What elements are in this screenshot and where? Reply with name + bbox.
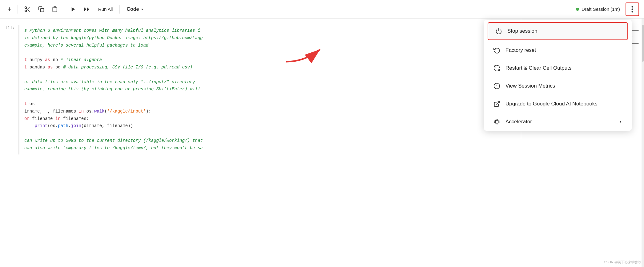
refresh-icon: [493, 47, 501, 54]
toolbar-separator-2: [64, 5, 64, 14]
svg-marker-9: [87, 7, 89, 11]
restart-clear-label: Restart & Clear Cell Outputs: [505, 65, 623, 71]
svg-line-4: [26, 8, 27, 9]
upgrade-label: Upgrade to Google Cloud AI Notebooks: [505, 101, 623, 107]
external-link-icon: [493, 101, 501, 107]
scrollbar-thumb: [642, 25, 644, 62]
session-dot: [576, 8, 579, 11]
svg-point-13: [632, 11, 633, 12]
cell-container: [1]: s Python 3 environment comes with m…: [0, 25, 521, 154]
cut-button[interactable]: [22, 4, 33, 14]
code-line-11: t os: [24, 101, 516, 108]
svg-line-3: [28, 10, 30, 11]
code-line-9: example, running this (by clicking run o…: [24, 86, 516, 93]
svg-rect-5: [40, 8, 44, 12]
code-line-14: print(os.path.join(dirname, filename)): [24, 122, 516, 130]
svg-point-1: [25, 10, 27, 12]
run-all-fast-button[interactable]: [81, 5, 93, 14]
svg-marker-21: [620, 121, 621, 123]
code-line-13: or filename in filenames:: [24, 115, 516, 123]
info-icon: [493, 83, 501, 89]
menu-item-restart-clear[interactable]: Restart & Clear Cell Outputs: [484, 59, 632, 77]
session-label: Draft Session (1m): [582, 6, 620, 12]
menu-item-stop-session[interactable]: Stop session: [488, 22, 628, 40]
code-line-6: t pandas as pd # data processing, CSV fi…: [24, 64, 516, 71]
svg-point-0: [25, 6, 27, 8]
chip-icon: [493, 118, 501, 125]
svg-point-11: [632, 6, 633, 7]
watermark: CSDN @沉下心来学鲁班: [604, 260, 642, 265]
run-all-button[interactable]: Run All: [95, 5, 116, 14]
toolbar: + Run All Code Draft Session (1m): [0, 0, 644, 18]
svg-rect-20: [495, 120, 498, 123]
menu-item-accelerator[interactable]: Accelerator: [484, 113, 632, 131]
code-line-1: s Python 3 environment comes with many h…: [24, 27, 516, 35]
code-dropdown-button[interactable]: Code: [123, 5, 147, 14]
session-status: Draft Session (1m): [576, 6, 620, 12]
code-line-17: can also write temporary files to /kaggl…: [24, 145, 516, 152]
stop-session-label: Stop session: [507, 28, 621, 34]
right-scrollbar[interactable]: [642, 18, 644, 267]
code-block[interactable]: s Python 3 environment comes with many h…: [18, 25, 521, 154]
copy-button[interactable]: [36, 4, 47, 14]
menu-item-view-metrics[interactable]: View Session Metrics: [484, 77, 632, 95]
svg-point-12: [632, 8, 633, 10]
toolbar-separator-1: [18, 5, 18, 14]
main-content: [1]: s Python 3 environment comes with m…: [0, 18, 644, 267]
power-icon: [494, 28, 503, 35]
more-options-button[interactable]: [626, 2, 639, 16]
toolbar-separator-3: [119, 5, 120, 14]
code-line-2: is defined by the kaggle/python Docker i…: [24, 35, 516, 42]
code-line-3: example, here's several helpful packages…: [24, 42, 516, 49]
code-area: [1]: s Python 3 environment comes with m…: [0, 18, 521, 267]
paste-button[interactable]: [49, 4, 60, 14]
restart-icon: [493, 65, 501, 72]
svg-line-19: [496, 101, 499, 105]
svg-marker-7: [72, 7, 75, 11]
code-line-5: t numpy as np # linear algebra: [24, 56, 516, 64]
svg-marker-8: [84, 7, 86, 11]
add-cell-button[interactable]: +: [5, 3, 14, 15]
menu-item-factory-reset[interactable]: Factory reset: [484, 41, 632, 59]
view-metrics-label: View Session Metrics: [505, 83, 623, 89]
accelerator-label: Accelerator: [505, 119, 614, 125]
menu-item-upgrade[interactable]: Upgrade to Google Cloud AI Notebooks: [484, 95, 632, 113]
svg-marker-10: [141, 9, 143, 10]
run-button[interactable]: [68, 5, 78, 14]
code-line-12: irname, _, filenames in os.walk('/kaggle…: [24, 108, 516, 115]
cell-number: [1]:: [0, 25, 18, 30]
code-line-16: can write up to 20GB to the current dire…: [24, 137, 516, 145]
factory-reset-label: Factory reset: [505, 47, 623, 53]
dropdown-menu: Stop session Factory reset Restart & Cle…: [484, 20, 632, 131]
code-line-8: ut data files are available in the read-…: [24, 79, 516, 86]
chevron-right-icon: [618, 119, 623, 124]
svg-rect-6: [54, 6, 56, 7]
